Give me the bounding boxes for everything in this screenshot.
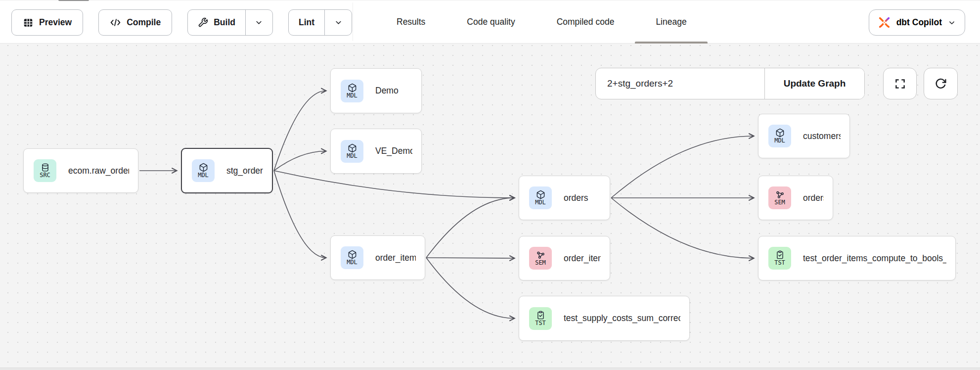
node-raw_orders[interactable]: SRCecom.raw_orders (23, 148, 138, 193)
chevron-down-icon (254, 18, 264, 27)
node-type-badge: SRC (34, 159, 56, 182)
lineage-canvas[interactable]: SRCecom.raw_ordersMDLstg_ordersMDLDemoMD… (0, 44, 980, 370)
tab-results[interactable]: Results (376, 0, 446, 44)
node-stg_orders[interactable]: MDLstg_orders (181, 148, 273, 193)
lint-split-button: Lint (288, 9, 352, 36)
wrench-icon (198, 17, 208, 28)
node-type-badge: SEM (768, 186, 791, 209)
node-test_supply[interactable]: TSTtest_supply_costs_sum_correctly (519, 296, 690, 341)
model-icon (348, 250, 357, 259)
node-label: ecom.raw_orders (68, 166, 129, 176)
result-tabs: ResultsCode qualityCompiled codeLineage (376, 0, 708, 44)
edge-stg_orders-to-order_items (274, 171, 326, 258)
node-customers[interactable]: MDLcustomers (758, 114, 850, 158)
node-test_order_items[interactable]: TSTtest_order_items_compute_to_bools_c..… (758, 236, 956, 280)
editor-toolbar: Preview Compile Build Lint (11, 9, 352, 36)
lint-dropdown-button[interactable] (324, 10, 352, 35)
edge-stg_orders-to-ve_demo (274, 151, 326, 171)
canvas-bottom-edge (0, 368, 980, 370)
edge-order_items-to-order_item_sem (426, 258, 514, 258)
preview-button[interactable]: Preview (11, 9, 83, 36)
code-icon (110, 17, 121, 28)
dbt-copilot-label: dbt Copilot (896, 17, 942, 28)
node-type-label: MDL (198, 172, 209, 179)
build-split-button: Build (187, 9, 273, 36)
edge-stg_orders-to-demo (274, 91, 326, 171)
fullscreen-icon (894, 78, 906, 90)
compile-button-label: Compile (127, 17, 161, 28)
build-dropdown-button[interactable] (245, 10, 272, 35)
node-demo[interactable]: MDLDemo (330, 68, 422, 113)
node-type-badge: TST (529, 307, 552, 330)
model-icon (536, 190, 545, 199)
update-graph-button[interactable]: Update Graph (764, 68, 864, 99)
semantic-model-icon (536, 250, 545, 260)
node-type-label: TST (774, 260, 785, 266)
build-button-label: Build (214, 17, 235, 28)
node-label: stg_orders (226, 166, 263, 176)
edge-orders_mdl-to-test_order_items (611, 198, 754, 258)
lineage-selector-input[interactable] (596, 68, 764, 99)
fullscreen-button[interactable] (883, 68, 917, 99)
node-type-label: TST (535, 320, 546, 326)
model-icon (348, 143, 357, 153)
lint-button-label: Lint (299, 17, 314, 28)
node-type-badge: MDL (341, 246, 363, 269)
test-icon (536, 311, 545, 320)
node-label: customers (803, 131, 841, 141)
build-button[interactable]: Build (188, 10, 245, 35)
node-type-badge: MDL (192, 159, 215, 182)
lineage-filter-group: Update Graph (595, 68, 865, 99)
node-type-label: MDL (347, 259, 357, 266)
node-label: orders (564, 193, 588, 203)
node-order_item_sem[interactable]: SEMorder_item (519, 236, 610, 280)
node-type-badge: TST (768, 247, 791, 270)
node-type-label: MDL (347, 153, 357, 159)
node-label: order_item (564, 253, 601, 264)
test-icon (775, 250, 785, 260)
model-icon (199, 163, 208, 172)
node-orders_mdl[interactable]: MDLorders (519, 176, 610, 220)
node-type-badge: MDL (341, 140, 363, 163)
dbt-copilot-button[interactable]: dbt Copilot (869, 9, 965, 36)
node-type-label: SEM (535, 260, 546, 266)
model-icon (775, 128, 785, 138)
node-label: orders (803, 193, 824, 203)
tab-lineage[interactable]: Lineage (635, 0, 707, 44)
node-type-label: SRC (40, 172, 50, 179)
node-label: test_supply_costs_sum_correctly (564, 313, 680, 324)
node-orders_sem[interactable]: SEMorders (758, 176, 833, 220)
node-type-label: MDL (347, 92, 357, 99)
node-label: Demo (375, 86, 399, 96)
header-bar: Preview Compile Build Lint ResultsCode q… (0, 0, 980, 44)
lint-button[interactable]: Lint (289, 10, 324, 35)
compile-button[interactable]: Compile (98, 9, 172, 36)
model-icon (348, 83, 357, 92)
chevron-down-icon (334, 18, 343, 27)
dbt-copilot-icon (878, 16, 891, 29)
tab-compiled-code[interactable]: Compiled code (536, 0, 635, 44)
node-type-badge: MDL (341, 80, 363, 102)
edge-orders_mdl-to-customers (611, 136, 754, 198)
node-label: VE_Demo (375, 146, 412, 156)
node-order_items[interactable]: MDLorder_items (330, 235, 425, 280)
node-ve_demo[interactable]: MDLVE_Demo (330, 129, 422, 174)
tab-code-quality[interactable]: Code quality (446, 0, 535, 44)
node-type-badge: MDL (529, 186, 552, 209)
toolbar-tabs-divider (353, 2, 353, 41)
node-type-label: MDL (774, 138, 785, 144)
semantic-model-icon (775, 190, 785, 199)
node-label: order_items (375, 253, 416, 263)
refresh-graph-button[interactable] (924, 68, 958, 99)
source-icon (41, 163, 50, 172)
preview-button-label: Preview (39, 17, 72, 28)
node-label: test_order_items_compute_to_bools_c... (803, 253, 946, 264)
node-type-label: MDL (535, 199, 546, 206)
edge-stg_orders-to-orders_mdl (274, 171, 514, 198)
table-icon (23, 17, 34, 28)
node-type-badge: SEM (529, 247, 552, 270)
node-type-badge: MDL (768, 125, 791, 147)
refresh-icon (935, 78, 947, 90)
chevron-down-icon (947, 18, 956, 27)
top-scroll-fragment (58, 0, 89, 1)
